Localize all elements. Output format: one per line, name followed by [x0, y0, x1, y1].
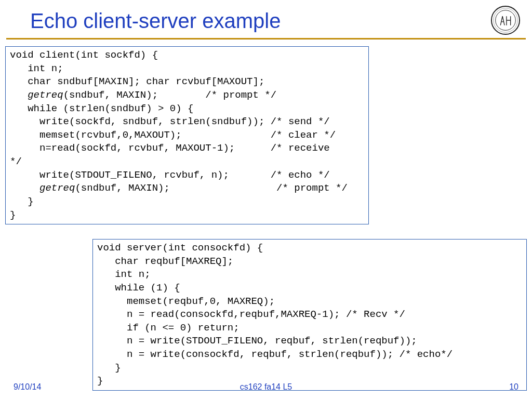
university-seal-icon [490, 5, 521, 35]
code-line: memset(reqbuf,0, MAXREQ); [97, 296, 275, 307]
slide: Echo client-server example void client(i… [0, 0, 532, 399]
code-line: } [97, 362, 121, 374]
code-line: } [10, 196, 34, 207]
code-line: while (1) { [97, 282, 292, 294]
code-line: write(sockfd, sndbuf, strlen(sndbuf)); /… [10, 116, 330, 127]
title-underline [6, 38, 526, 39]
code-line: n = write(consockfd, reqbuf, strlen(reqb… [97, 349, 453, 360]
server-code-block: void server(int consockfd) { char reqbuf… [92, 239, 527, 391]
code-line: int n; [97, 269, 151, 280]
footer-page-number: 10 [509, 382, 518, 392]
code-italic: getreq [39, 182, 75, 194]
code-line: n = write(STDOUT_FILENO, reqbuf, strlen(… [97, 335, 417, 347]
code-line: write(STDOUT_FILENO, rcvbuf, n); /* echo… [10, 169, 330, 181]
code-line: } [10, 209, 16, 221]
code-line: n=read(sockfd, rcvbuf, MAXOUT-1); /* rec… [10, 142, 336, 154]
footer-date: 9/10/14 [14, 382, 41, 392]
code-line: memset(rcvbuf,0,MAXOUT); /* clear */ [10, 129, 336, 141]
code-line [10, 89, 28, 101]
slide-title: Echo client-server example [0, 0, 532, 38]
code-line: char sndbuf[MAXIN]; char rcvbuf[MAXOUT]; [10, 76, 264, 87]
code-line: n = read(consockfd,reqbuf,MAXREQ-1); /* … [97, 309, 405, 320]
code-line: char reqbuf[MAXREQ]; [97, 256, 233, 267]
code-line [10, 182, 39, 194]
code-line: */ [10, 156, 22, 167]
code-line: } [97, 375, 103, 387]
code-line: void client(int sockfd) { [10, 49, 158, 61]
code-line: (sndbuf, MAXIN); /* prompt */ [63, 89, 276, 101]
code-line: int n; [10, 63, 63, 74]
code-line: while (strlen(sndbuf) > 0) { [10, 103, 193, 114]
code-line: void server(int consockfd) { [97, 242, 263, 254]
code-line: (sndbuf, MAXIN); /* prompt */ [75, 182, 348, 194]
footer-course: cs162 fa14 L5 [240, 382, 292, 392]
client-code-block: void client(int sockfd) { int n; char sn… [5, 46, 369, 224]
code-line: if (n <= 0) return; [97, 322, 240, 334]
code-italic: getreq [28, 89, 63, 101]
